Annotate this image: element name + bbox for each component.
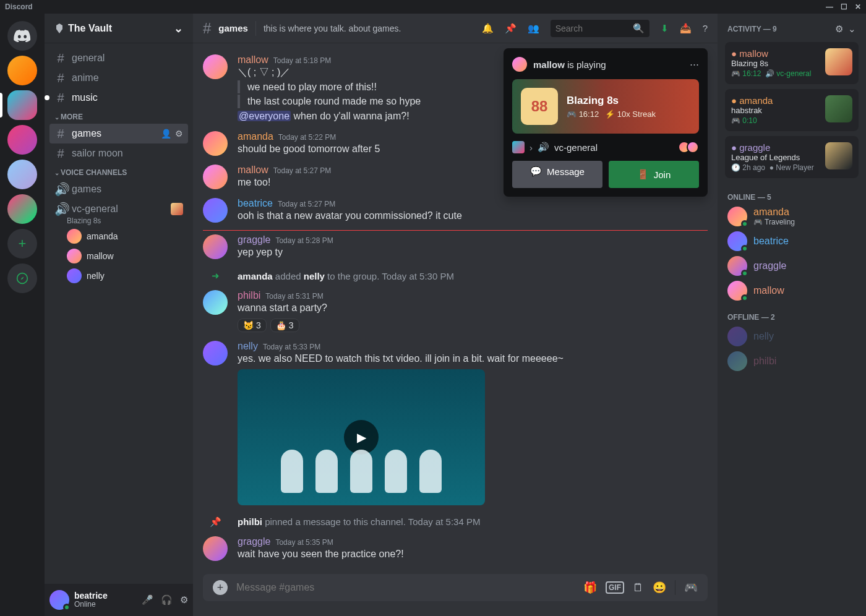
inbox-icon[interactable]: 📥 <box>680 23 692 34</box>
attach-button[interactable]: + <box>213 580 228 595</box>
activity-vc-row[interactable]: › 🔊 vc-general <box>512 141 699 153</box>
sticker-icon[interactable]: 🗒 <box>633 581 644 594</box>
channel-label: games <box>72 184 101 195</box>
message-author[interactable]: mallow <box>238 54 268 66</box>
boost-icon <box>54 24 64 33</box>
avatar[interactable] <box>203 536 228 561</box>
message-author[interactable]: graggle <box>238 234 270 246</box>
chevron-down-icon: ⌄ <box>174 22 183 35</box>
reaction[interactable]: 🎂 3 <box>270 319 299 332</box>
avatar[interactable] <box>203 341 228 366</box>
new-messages-divider <box>203 230 708 231</box>
vc-user[interactable]: mallow <box>67 247 188 265</box>
maximize-icon[interactable]: ☐ <box>841 2 847 11</box>
vc-user[interactable]: amanda <box>67 228 188 245</box>
activity-card[interactable]: ● amandahabstrak🎮 0:10 <box>725 89 859 131</box>
server-item-active[interactable] <box>7 90 37 120</box>
emoji-icon[interactable]: 😀 <box>653 581 666 594</box>
message-input[interactable] <box>236 582 575 593</box>
message-author[interactable]: beatrice <box>238 198 273 209</box>
server-item[interactable] <box>7 56 37 85</box>
settings-icon[interactable]: ⚙ <box>180 594 188 605</box>
avatar <box>67 268 82 283</box>
message-author[interactable]: mallow <box>238 165 268 176</box>
text-channel-anime[interactable]: #anime <box>49 68 188 88</box>
activity-card[interactable]: ● mallowBlazing 8s🎮 16:12 🔊 vc-general <box>725 42 859 84</box>
video-embed[interactable]: ▶ <box>238 369 485 505</box>
vc-user-name: amanda <box>87 231 118 241</box>
member[interactable]: philbi <box>722 349 861 374</box>
member[interactable]: mallow <box>722 278 861 303</box>
member[interactable]: graggle <box>722 254 861 278</box>
text-channel-general[interactable]: #general <box>49 48 188 68</box>
avatar <box>67 229 82 244</box>
game-card[interactable]: 88 Blazing 8s 🎮 16:12 ⚡ 10x Streak <box>512 79 699 134</box>
avatar[interactable] <box>203 54 228 79</box>
member[interactable]: beatrice <box>722 229 861 254</box>
message-author[interactable]: graggle <box>238 536 270 547</box>
download-icon[interactable]: ⬇ <box>661 23 669 34</box>
channel-category[interactable]: ⌄ VOICE CHANNELS <box>49 163 188 179</box>
minimize-icon[interactable]: — <box>826 2 833 11</box>
join-button[interactable]: 🚪 Join <box>609 161 699 188</box>
search-input[interactable] <box>555 24 633 33</box>
voice-channel-vc-general[interactable]: 🔊vc-general <box>49 199 188 219</box>
pinned-icon[interactable]: 📌 <box>505 23 517 34</box>
message-timestamp: Today at 5:27 PM <box>278 200 335 208</box>
activity-meta: 🎮 0:10 <box>731 116 773 125</box>
more-icon[interactable]: ⋯ <box>690 59 699 70</box>
avatar[interactable] <box>203 234 228 259</box>
add-server-button[interactable]: + <box>7 229 37 259</box>
avatar[interactable] <box>203 290 228 315</box>
avatar[interactable] <box>49 590 69 610</box>
avatar[interactable] <box>203 165 228 189</box>
help-icon[interactable]: ? <box>703 23 708 33</box>
voice-channel-v-games[interactable]: 🔊games <box>49 179 188 199</box>
hash-icon: # <box>54 51 67 66</box>
avatar[interactable] <box>203 198 228 223</box>
member-name: beatrice <box>753 236 789 247</box>
deafen-icon[interactable]: 🎧 <box>161 594 173 605</box>
server-item[interactable] <box>7 194 37 224</box>
message-timestamp: Today at 5:33 PM <box>263 343 320 351</box>
activity-verb: is playing <box>567 59 606 70</box>
message-author[interactable]: philbi <box>238 290 260 301</box>
server-name: The Vault <box>68 23 112 34</box>
text-channel-music[interactable]: #music <box>49 88 188 108</box>
chat-input: + 🎁 GIF 🗒 😀 🎮 <box>203 574 708 601</box>
member[interactable]: nelly <box>722 324 861 349</box>
text-channel-sailor-moon[interactable]: #sailor moon <box>49 143 188 163</box>
activities-icon[interactable]: 🎮 <box>684 581 698 594</box>
server-header[interactable]: The Vault ⌄ <box>45 14 193 43</box>
gear-icon[interactable]: ⚙ <box>175 129 183 139</box>
close-icon[interactable]: ✕ <box>855 2 861 11</box>
avatar <box>512 57 527 72</box>
message-author[interactable]: nelly <box>238 341 258 352</box>
message-content: ooh is that a new avatar you commissione… <box>238 209 708 223</box>
gift-icon[interactable]: 🎁 <box>583 581 597 594</box>
invite-icon[interactable]: 👤 <box>161 129 171 139</box>
divider <box>675 580 675 595</box>
avatar[interactable] <box>203 131 228 156</box>
mute-icon[interactable]: 🎤 <box>142 594 153 605</box>
server-item[interactable] <box>7 125 37 155</box>
notifications-icon[interactable]: 🔔 <box>482 23 494 34</box>
search-box[interactable]: 🔍 <box>551 20 650 37</box>
reaction[interactable]: 😼 3 <box>238 319 267 332</box>
chevron-down-icon[interactable]: ⌄ <box>848 24 856 35</box>
gear-icon[interactable]: ⚙ <box>835 24 843 35</box>
message-author[interactable]: amanda <box>238 131 273 142</box>
activity-card[interactable]: ● graggleLeague of Legends🕐 2h ago ● New… <box>725 136 859 178</box>
explore-button[interactable] <box>7 263 37 293</box>
text-channel-games[interactable]: #games👤⚙ <box>49 124 188 143</box>
avatar <box>727 351 747 371</box>
members-icon[interactable]: 👥 <box>528 23 539 34</box>
gif-icon[interactable]: GIF <box>606 581 624 594</box>
channel-category[interactable]: ⌄ MORE <box>49 108 188 124</box>
message-button[interactable]: 💬 Message <box>512 161 602 188</box>
vc-user[interactable]: nelly <box>67 267 188 284</box>
member[interactable]: amanda🎮 Traveling <box>722 204 861 229</box>
activity-game: Blazing 8s <box>731 59 811 68</box>
home-button[interactable] <box>7 21 37 51</box>
server-item[interactable] <box>7 160 37 189</box>
